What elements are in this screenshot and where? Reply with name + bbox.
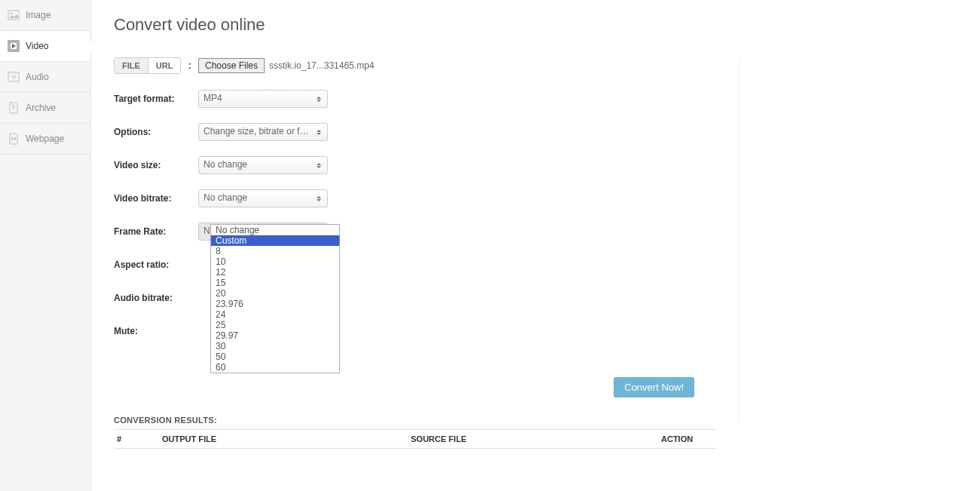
choose-files-button[interactable]: Choose Files (198, 58, 265, 73)
results-header-row: # OUTPUT FILE SOURCE FILE ACTION (114, 430, 717, 448)
col-action: ACTION (661, 434, 714, 443)
frame-rate-option[interactable]: No change (211, 225, 339, 235)
row-audio-bitrate: Audio bitrate: (114, 288, 717, 308)
frame-rate-option[interactable]: 23.976 (211, 299, 339, 309)
frame-rate-option[interactable]: 15 (211, 278, 339, 288)
frame-rate-option[interactable]: 10 (211, 256, 339, 267)
source-label-area: FILE URL : (114, 57, 198, 74)
right-divider (739, 60, 740, 423)
updown-caret-icon (314, 158, 324, 172)
sidebar-item-label: Webpage (26, 133, 64, 144)
results-table: # OUTPUT FILE SOURCE FILE ACTION (114, 429, 717, 449)
row-source: FILE URL : Choose Files ssstik.io_17...3… (114, 56, 717, 75)
video-icon (8, 40, 20, 52)
select-options-value: Change size, bitrate or frame rate (204, 126, 328, 137)
frame-rate-option[interactable]: 12 (211, 267, 339, 278)
webpage-icon (8, 133, 20, 145)
row-aspect-ratio: Aspect ratio: (114, 255, 717, 275)
row-options: Options: Change size, bitrate or frame r… (114, 122, 717, 142)
select-options[interactable]: Change size, bitrate or frame rate (198, 123, 328, 141)
label-audio-bitrate: Audio bitrate: (114, 293, 198, 303)
frame-rate-dropdown[interactable]: No changeCustom81012152023.976242529.973… (210, 224, 340, 373)
row-target-format: Target format: MP4 (114, 89, 717, 109)
svg-rect-0 (8, 11, 19, 20)
svg-point-1 (11, 13, 13, 15)
frame-rate-option[interactable]: 20 (211, 288, 339, 299)
select-video-size[interactable]: No change (198, 156, 328, 174)
frame-rate-option[interactable]: 30 (211, 341, 339, 351)
updown-caret-icon (314, 92, 324, 106)
select-target-format[interactable]: MP4 (198, 90, 328, 108)
frame-rate-option[interactable]: 29.97 (211, 330, 339, 341)
col-output: OUTPUT FILE (162, 434, 411, 443)
frame-rate-option[interactable]: 25 (211, 320, 339, 330)
sidebar-item-video[interactable]: Video (0, 31, 90, 62)
page-title: Convert video online (114, 15, 717, 35)
sidebar-item-label: Archive (26, 103, 56, 113)
label-aspect-ratio: Aspect ratio: (114, 259, 198, 270)
label-options: Options: (114, 127, 198, 137)
updown-caret-icon (314, 192, 324, 205)
tab-url[interactable]: URL (148, 58, 181, 73)
label-video-size: Video size: (114, 160, 198, 170)
select-video-size-value: No change (204, 159, 247, 170)
source-colon: : (188, 60, 191, 71)
updown-caret-icon (314, 125, 324, 139)
label-frame-rate: Frame Rate: (114, 226, 198, 237)
row-frame-rate: Frame Rate: No change (114, 222, 717, 241)
col-source: SOURCE FILE (411, 434, 661, 443)
frame-rate-option[interactable]: Custom (211, 235, 339, 246)
sidebar-item-image[interactable]: Image (0, 0, 90, 31)
label-video-bitrate: Video bitrate: (114, 193, 198, 204)
convert-button[interactable]: Convert Now! (614, 377, 694, 397)
col-index: # (117, 434, 162, 443)
row-mute: Mute: (114, 321, 717, 341)
audio-icon (8, 71, 20, 83)
frame-rate-option[interactable]: 50 (211, 351, 339, 362)
sidebar-item-archive[interactable]: Archive (0, 93, 90, 124)
sidebar-item-label: Video (26, 41, 48, 51)
frame-rate-option[interactable]: 8 (211, 246, 339, 256)
sidebar-item-label: Audio (26, 72, 49, 82)
sidebar: Image Video Audio Archive Webpage (0, 0, 91, 491)
sidebar-item-audio[interactable]: Audio (0, 62, 90, 93)
select-target-format-value: MP4 (204, 93, 222, 103)
select-video-bitrate-value: No change (204, 192, 247, 203)
tab-file[interactable]: FILE (115, 58, 148, 73)
row-video-size: Video size: No change (114, 155, 717, 175)
image-icon (8, 9, 20, 21)
row-video-bitrate: Video bitrate: No change (114, 189, 717, 208)
selected-filename: ssstik.io_17...331465.mp4 (269, 60, 374, 71)
sidebar-item-label: Image (26, 10, 51, 20)
convert-row: Convert Now! (114, 377, 717, 397)
label-target-format: Target format: (114, 94, 198, 104)
results-title: CONVERSION RESULTS: (114, 416, 717, 425)
sidebar-item-webpage[interactable]: Webpage (0, 124, 90, 155)
frame-rate-option[interactable]: 24 (211, 309, 339, 320)
source-tabs: FILE URL (114, 57, 181, 74)
select-video-bitrate[interactable]: No change (198, 189, 328, 207)
label-mute: Mute: (114, 326, 198, 336)
archive-icon (8, 102, 20, 114)
frame-rate-option[interactable]: 60 (211, 362, 339, 373)
main-content: Convert video online FILE URL : Choose F… (91, 0, 740, 464)
